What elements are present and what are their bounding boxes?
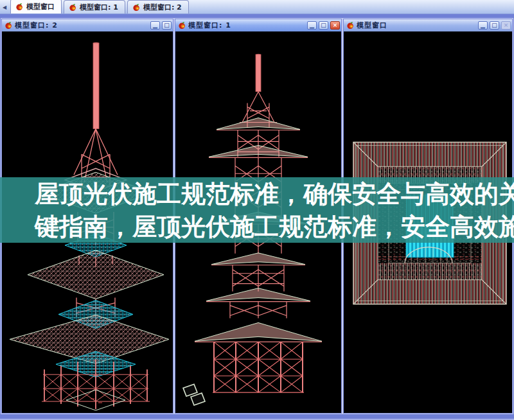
tab-label: 模型窗口 [26, 2, 55, 12]
window-title: 模型窗口: 1 [188, 21, 305, 30]
model-window-icon[interactable] [178, 21, 186, 30]
tab-scroll-left-icon[interactable]: ◀ [1, 3, 8, 12]
window-title: 模型窗口 [357, 21, 476, 30]
model-window-icon [15, 3, 24, 11]
model-window-icon [69, 3, 77, 12]
minimize-button[interactable]: ▁ [150, 21, 160, 30]
close-button[interactable]: × [330, 21, 340, 30]
window-tab-bar: ◀ 模型窗口 模型窗口: 1 模型窗口: 2 [0, 0, 514, 14]
model-window-icon [132, 3, 141, 12]
titlebar-model-window-1[interactable]: 模型窗口: 1 ▁ □ × [175, 19, 341, 31]
caption-line-2: 键指南，屋顶光伏施工规范标准，安全高效施 [0, 211, 514, 243]
titlebar-model-window-2[interactable]: 模型窗口: 2 ▁ □ [2, 19, 173, 31]
tab-label: 模型窗口: 1 [80, 3, 118, 12]
titlebar-model-window[interactable]: 模型窗口 ▁ □ × [344, 19, 512, 31]
tab-label: 模型窗口: 2 [143, 3, 182, 12]
minimize-button[interactable]: ▁ [307, 21, 317, 30]
caption-line-1: 屋顶光伏施工规范标准，确保安全与高效的关 [0, 178, 514, 210]
model-window-icon[interactable] [4, 21, 13, 30]
maximize-button[interactable]: □ [490, 21, 499, 30]
tab-model-window-1[interactable]: 模型窗口: 1 [64, 0, 125, 13]
model-window-icon[interactable] [346, 21, 355, 30]
ucs-axis-icon [183, 384, 205, 405]
close-button-disabled: × [501, 21, 511, 30]
maximize-button[interactable]: □ [319, 21, 328, 30]
tab-model-window-2[interactable]: 模型窗口: 2 [127, 0, 189, 13]
maximize-button[interactable]: □ [162, 21, 172, 30]
caption-banner: 屋顶光伏施工规范标准，确保安全与高效的关 键指南，屋顶光伏施工规范标准，安全高效… [0, 177, 514, 243]
tab-model-window[interactable]: 模型窗口 [10, 0, 62, 13]
minimize-button[interactable]: ▁ [478, 21, 488, 30]
window-title: 模型窗口: 2 [15, 21, 148, 30]
